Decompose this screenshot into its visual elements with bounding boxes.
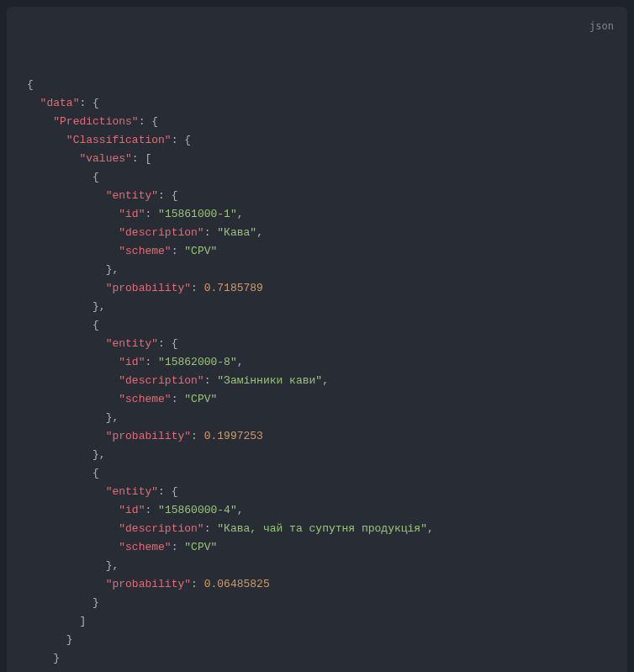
language-label: json: [589, 17, 614, 35]
code-content: { "data": { "Predictions": { "Classifica…: [27, 76, 607, 672]
json-code-block: json { "data": { "Predictions": { "Class…: [7, 7, 627, 672]
